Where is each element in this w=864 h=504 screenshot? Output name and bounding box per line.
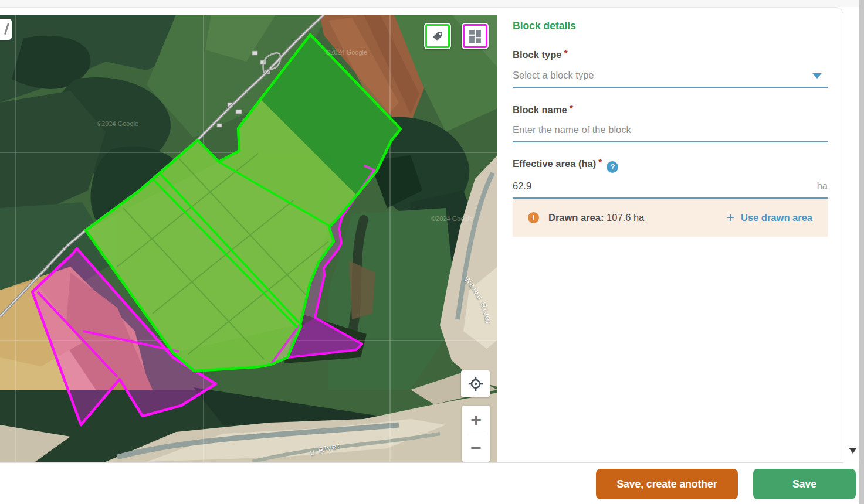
drawn-area-value: 107.6 ha [607, 212, 644, 223]
toggle-labels-button[interactable] [424, 23, 451, 49]
use-drawn-area-label: Use drawn area [741, 212, 812, 223]
tag-icon [431, 30, 444, 43]
save-create-another-button[interactable]: Save, create another [596, 469, 738, 499]
effective-area-label: Effective area (ha) [513, 158, 596, 169]
block-name-field: Block name* [513, 104, 828, 142]
top-strip [0, 0, 864, 7]
block-type-label: Block type [513, 49, 561, 60]
resize-corner-icon [849, 448, 857, 454]
satellite-map[interactable]: ©2024 Google ©2024 Google ©2024 Google W… [0, 15, 497, 462]
block-type-placeholder: Select a block type [513, 70, 828, 87]
warning-icon: ! [528, 212, 539, 223]
map-watermark: ©2024 Google [431, 215, 473, 222]
map-watermark: ©2024 Google [97, 120, 138, 127]
panel-title: Block details [513, 20, 828, 32]
block-details-screen: ©2024 Google ©2024 Google ©2024 Google W… [0, 0, 864, 504]
required-asterisk: * [570, 104, 573, 114]
block-name-label: Block name [513, 104, 567, 115]
chevron-down-icon [812, 73, 822, 79]
map-edge-button[interactable] [0, 19, 12, 40]
plus-icon: + [727, 211, 734, 224]
required-asterisk: * [598, 158, 602, 168]
drawn-area-banner: ! Drawn area: 107.6 ha + Use drawn area [513, 199, 828, 237]
scrollbar-thumb[interactable] [859, 0, 864, 504]
page-scrollbar[interactable] [859, 0, 864, 504]
blocks-grid-icon [469, 30, 481, 43]
save-button[interactable]: Save [753, 469, 856, 499]
map-watermark: ©2024 Google [326, 49, 367, 56]
toggle-blocks-button[interactable] [462, 23, 489, 49]
area-unit-suffix: ha [817, 181, 828, 192]
block-name-input[interactable] [513, 124, 828, 141]
footer-divider [0, 462, 864, 462]
zoom-in-button[interactable]: + [462, 406, 490, 434]
effective-area-input[interactable] [513, 181, 828, 197]
help-icon[interactable]: ? [607, 161, 618, 173]
my-location-button[interactable] [461, 370, 490, 397]
block-details-panel: Block details Block type* Select a block… [513, 15, 828, 237]
required-asterisk: * [564, 49, 567, 59]
block-type-field: Block type* Select a block type [513, 49, 828, 88]
map-canvas: ©2024 Google ©2024 Google ©2024 Google W… [0, 15, 497, 462]
edge-button-icon [4, 23, 9, 35]
crosshair-icon [468, 376, 483, 391]
drawn-area-label: Drawn area: [548, 212, 604, 223]
zoom-control: + − [462, 406, 490, 462]
zoom-out-button[interactable]: − [462, 434, 490, 462]
effective-area-field: Effective area (ha)*? ha [513, 158, 828, 199]
block-type-select[interactable]: Select a block type [513, 70, 828, 88]
use-drawn-area-button[interactable]: + Use drawn area [727, 211, 812, 224]
